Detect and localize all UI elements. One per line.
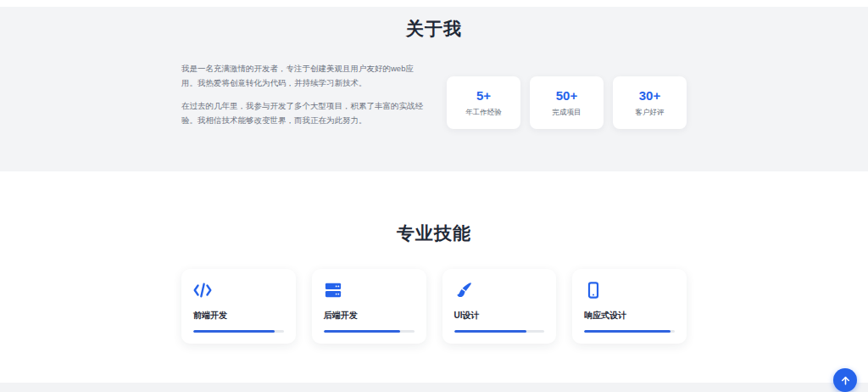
stat-card-projects: 50+ 完成项目 bbox=[530, 76, 604, 129]
skill-progress-fill bbox=[584, 330, 670, 333]
about-title: 关于我 bbox=[0, 16, 868, 42]
skill-progress-track bbox=[454, 330, 545, 333]
stat-label: 年工作经验 bbox=[465, 108, 502, 118]
previous-section-edge bbox=[0, 0, 868, 7]
about-text-block: 我是一名充满激情的开发者，专注于创建美观且用户友好的web应用。我热爱将创意转化… bbox=[181, 62, 426, 137]
code-icon bbox=[193, 282, 284, 299]
skills-section: 专业技能 前端开发 bbox=[0, 171, 868, 344]
stat-value: 50+ bbox=[556, 87, 577, 104]
skill-name: 响应式设计 bbox=[584, 310, 675, 322]
back-to-top-button[interactable] bbox=[833, 368, 857, 392]
paintbrush-icon bbox=[454, 282, 545, 299]
stat-card-reviews: 30+ 客户好评 bbox=[613, 76, 687, 129]
stat-value: 30+ bbox=[639, 87, 660, 104]
skill-progress-fill bbox=[454, 330, 526, 333]
skill-card-uidesign: UI设计 bbox=[442, 269, 557, 344]
stat-label: 客户好评 bbox=[636, 108, 665, 118]
about-paragraph: 在过去的几年里，我参与开发了多个大型项目，积累了丰富的实战经验。我相信技术能够改… bbox=[181, 99, 426, 127]
skill-progress-fill bbox=[193, 330, 275, 333]
stats-row: 5+ 年工作经验 50+ 完成项目 30+ 客户好评 bbox=[447, 76, 687, 129]
about-paragraph: 我是一名充满激情的开发者，专注于创建美观且用户友好的web应用。我热爱将创意转化… bbox=[181, 62, 426, 90]
stat-card-experience: 5+ 年工作经验 bbox=[447, 76, 520, 129]
stat-label: 完成项目 bbox=[553, 108, 581, 118]
skill-card-responsive: 响应式设计 bbox=[572, 269, 687, 344]
skill-name: 后端开发 bbox=[324, 310, 415, 322]
skill-card-backend: 后端开发 bbox=[312, 269, 426, 344]
skill-progress-fill bbox=[324, 330, 401, 333]
about-section: 关于我 我是一名充满激情的开发者，专注于创建美观且用户友好的web应用。我热爱将… bbox=[0, 7, 868, 171]
server-icon bbox=[324, 282, 415, 299]
stat-value: 5+ bbox=[476, 87, 491, 104]
skill-name: 前端开发 bbox=[193, 310, 284, 322]
skill-name: UI设计 bbox=[454, 310, 545, 322]
skills-title: 专业技能 bbox=[0, 221, 868, 246]
arrow-up-icon bbox=[840, 375, 851, 386]
skill-card-frontend: 前端开发 bbox=[181, 269, 296, 344]
footer-edge bbox=[0, 383, 868, 392]
skill-progress-track bbox=[584, 330, 675, 333]
skills-grid: 前端开发 后端开发 bbox=[181, 269, 687, 344]
skill-progress-track bbox=[193, 330, 284, 333]
skill-progress-track bbox=[324, 330, 415, 333]
smartphone-icon bbox=[584, 282, 675, 299]
